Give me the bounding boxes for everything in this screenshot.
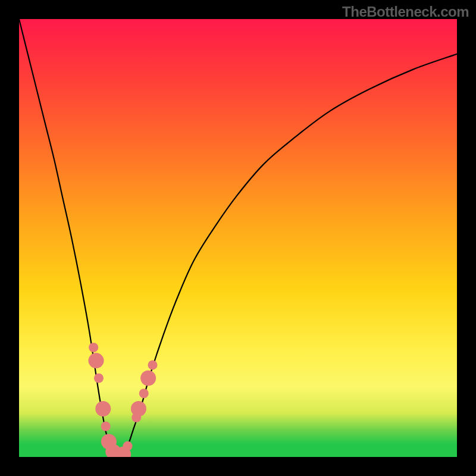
highlight-dot <box>89 343 98 352</box>
highlight-dot <box>140 371 156 386</box>
right-branch-curve <box>120 54 457 457</box>
highlight-dot <box>89 353 104 368</box>
highlight-dot <box>95 401 111 416</box>
highlight-dot <box>139 389 149 398</box>
plot-area <box>19 19 457 457</box>
highlight-dot <box>94 374 104 383</box>
highlight-dot <box>101 421 111 431</box>
attribution-label: TheBottleneck.com <box>342 4 469 20</box>
curves-layer <box>19 19 457 457</box>
highlight-dot <box>123 441 133 451</box>
highlight-dot <box>148 360 157 369</box>
chart-container: TheBottleneck.com <box>0 0 476 476</box>
highlight-dot <box>131 401 146 416</box>
left-branch-curve <box>19 19 120 457</box>
highlight-markers <box>89 343 158 457</box>
